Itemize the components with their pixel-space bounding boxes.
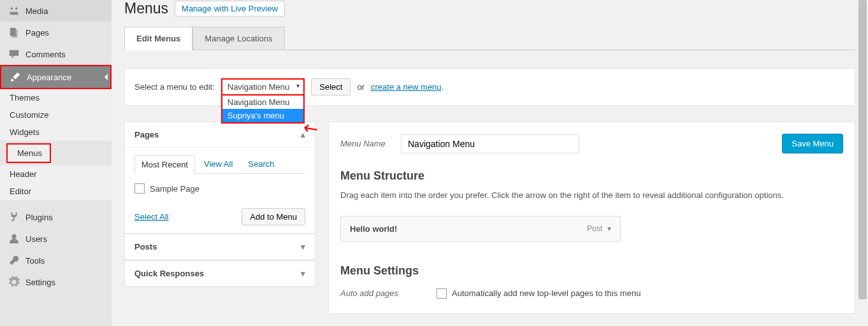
- create-menu-link[interactable]: create a new menu: [371, 82, 442, 92]
- sidebar-item-pages[interactable]: Pages: [0, 22, 112, 43]
- media-icon: [8, 4, 20, 17]
- sidebar-item-tools[interactable]: Tools: [0, 250, 112, 271]
- wrench-icon: [8, 254, 20, 267]
- subtab-search[interactable]: Search: [242, 155, 280, 173]
- menu-option-supriya[interactable]: Supriya's menu: [222, 109, 304, 122]
- sidebar-label: Settings: [25, 278, 55, 287]
- select-button[interactable]: Select: [311, 78, 351, 96]
- svg-point-5: [11, 234, 16, 239]
- or-text: or: [357, 82, 365, 92]
- svg-point-0: [11, 8, 13, 10]
- tab-manage-locations[interactable]: Manage Locations: [192, 27, 284, 50]
- sidebar-item-users[interactable]: Users: [0, 228, 112, 250]
- save-menu-button[interactable]: Save Menu: [782, 134, 843, 153]
- chevron-down-icon: ▾: [607, 224, 611, 233]
- menu-select-dropdown[interactable]: Navigation Menu: [221, 78, 305, 96]
- sidebar-label: Users: [25, 234, 47, 244]
- sidebar-label: Media: [25, 6, 48, 16]
- sidebar-item-plugins[interactable]: Plugins: [0, 206, 112, 228]
- page-item-row: Sample Page: [134, 180, 305, 197]
- main-content: Menus Manage with Live Preview Edit Menu…: [112, 0, 868, 326]
- gear-icon: [8, 276, 20, 288]
- sidebar-item-appearance[interactable]: Appearance: [0, 65, 112, 89]
- menu-option-navigation[interactable]: Navigation Menu: [222, 96, 304, 109]
- sidebar-item-media[interactable]: Media: [0, 0, 112, 22]
- svg-point-1: [15, 8, 18, 10]
- scrollbar-thumb[interactable]: [858, 0, 867, 299]
- add-to-menu-button[interactable]: Add to Menu: [242, 208, 305, 225]
- auto-add-checkbox[interactable]: [437, 288, 447, 299]
- sidebar-sub-customize[interactable]: Customize: [0, 106, 112, 124]
- select-menu-row: Select a menu to edit: Navigation Menu N…: [124, 68, 855, 106]
- user-icon: [8, 232, 20, 245]
- select-all-link[interactable]: Select All: [134, 212, 168, 222]
- sidebar-item-settings[interactable]: Settings: [0, 271, 112, 293]
- quick-responses-accordion-head[interactable]: Quick Responses▾: [125, 261, 315, 287]
- settings-title: Menu Settings: [340, 264, 843, 278]
- sidebar-label: Plugins: [25, 213, 53, 222]
- sidebar-label: Comments: [25, 50, 66, 59]
- sidebar-sub-widgets[interactable]: Widgets: [0, 124, 112, 141]
- page-item-label: Sample Page: [150, 184, 199, 194]
- sidebar-item-comments[interactable]: Comments: [0, 43, 112, 65]
- svg-rect-4: [11, 30, 17, 38]
- sidebar-label: Appearance: [27, 73, 71, 82]
- plug-icon: [8, 211, 20, 223]
- sidebar-sub-editor[interactable]: Editor: [0, 183, 112, 200]
- select-menu-label: Select a menu to edit:: [134, 82, 215, 92]
- sidebar-label: Tools: [25, 256, 45, 266]
- menu-panel: Menu Name Save Menu Menu Structure Drag …: [328, 122, 855, 314]
- auto-add-desc: Automatically add new top-level pages to…: [452, 288, 640, 298]
- menu-item-row[interactable]: Hello world! Post▾: [340, 216, 621, 242]
- brush-icon: [9, 71, 22, 83]
- sidebar-sub-themes[interactable]: Themes: [0, 89, 112, 106]
- chevron-up-icon: ▴: [301, 130, 305, 139]
- tabs: Edit Menus Manage Locations: [124, 27, 855, 50]
- sidebar-sub-menus[interactable]: Menus: [6, 143, 51, 163]
- pages-accordion: Pages▴ Most Recent View All Search Sampl…: [124, 122, 315, 234]
- page-checkbox[interactable]: [134, 183, 145, 194]
- auto-add-label: Auto add pages: [340, 288, 398, 298]
- subtab-most-recent[interactable]: Most Recent: [134, 155, 195, 174]
- tab-edit-menus[interactable]: Edit Menus: [124, 27, 192, 50]
- page-title: Menus: [124, 0, 168, 17]
- menu-name-input[interactable]: [401, 134, 579, 153]
- menu-select-options: Navigation Menu Supriya's menu: [221, 96, 305, 124]
- svg-rect-2: [10, 12, 18, 15]
- comment-icon: [8, 48, 20, 60]
- structure-title: Menu Structure: [340, 169, 843, 183]
- sidebar-sub-header[interactable]: Header: [0, 166, 112, 183]
- subtab-view-all[interactable]: View All: [198, 155, 239, 173]
- admin-sidebar: Media Pages Comments Appearance Themes C…: [0, 0, 112, 326]
- caret-icon: [105, 74, 108, 80]
- sidebar-label: Pages: [25, 28, 49, 38]
- pages-accordion-head[interactable]: Pages▴: [125, 122, 315, 148]
- posts-accordion-head[interactable]: Posts▾: [125, 234, 315, 260]
- structure-desc: Drag each item into the order you prefer…: [340, 189, 843, 202]
- live-preview-button[interactable]: Manage with Live Preview: [175, 1, 285, 17]
- chevron-down-icon: ▾: [301, 269, 305, 278]
- scrollbar[interactable]: [857, 0, 868, 326]
- chevron-down-icon: ▾: [301, 242, 305, 252]
- menu-item-label: Hello world!: [350, 224, 397, 234]
- page-icon: [8, 26, 20, 39]
- menu-name-label: Menu Name: [340, 139, 391, 148]
